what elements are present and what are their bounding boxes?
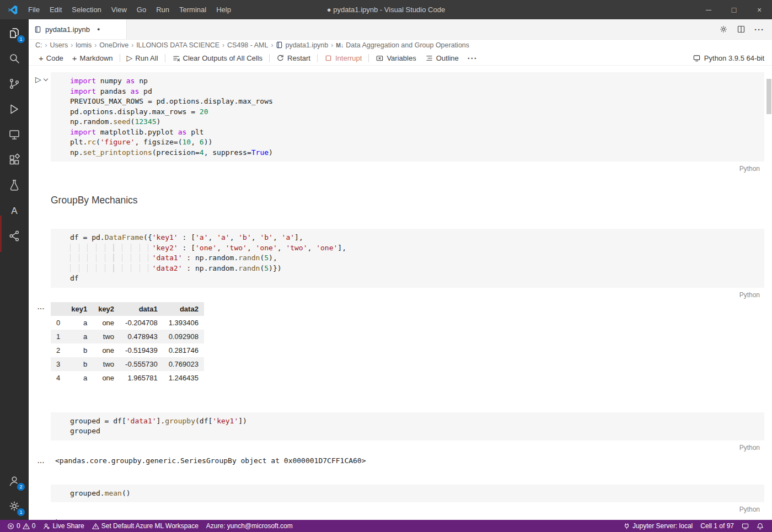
explorer-badge: 1 [17, 35, 25, 43]
cell-editor[interactable]: import numpy as npimport pandas as pdPRE… [51, 72, 764, 162]
sidebar-item-explorer[interactable]: 1 [0, 20, 29, 46]
cell-editor[interactable]: grouped = df['data1'].groupby(df['key1']… [51, 412, 764, 440]
problems-indicator[interactable]: 0 0 [3, 520, 39, 532]
accounts-button[interactable]: 2 [0, 468, 29, 493]
menu-terminal[interactable]: Terminal [174, 0, 211, 19]
restart-button[interactable]: Restart [272, 51, 315, 65]
split-editor-icon[interactable] [737, 25, 746, 34]
cell-language-label[interactable]: Python [739, 165, 760, 173]
output-more-button[interactable]: ... [37, 457, 45, 465]
extensions-icon [8, 153, 21, 166]
outline-button[interactable]: Outline [421, 51, 463, 65]
activity-bar: 1 A [0, 19, 29, 520]
cell-language-label[interactable]: Python [739, 444, 760, 452]
tab-pydata1-ipynb[interactable]: pydata1.ipynb ● [29, 19, 127, 39]
menu-go[interactable]: Go [132, 0, 151, 19]
beaker-icon [8, 179, 21, 192]
screencast-button[interactable] [738, 520, 753, 532]
menu-selection[interactable]: Selection [67, 0, 106, 19]
breadcrumb-segment[interactable]: lomis [76, 41, 92, 49]
cell-language-label[interactable]: Python [739, 506, 760, 513]
jupyter-server-indicator[interactable]: Jupyter Server: local [619, 520, 696, 532]
cell-editor[interactable]: df = pd.DataFrame({'key1' : ['a', 'a', '… [51, 229, 764, 288]
toolbar-separator [368, 54, 369, 62]
table-column-header: data1 [120, 302, 163, 316]
breadcrumb-file[interactable]: pydata1.ipynb [285, 41, 328, 49]
code-line: plt.rc('figure', figsize=(10, 6)) [70, 137, 759, 148]
window-title: ● pydata1.ipynb - Visual Studio Code [327, 0, 445, 19]
menu-edit[interactable]: Edit [45, 0, 67, 19]
minimize-button[interactable]: ─ [696, 0, 721, 19]
chevron-down-icon [44, 76, 48, 80]
notebook-editor: ▷ import numpy as npimport pandas as pdP… [29, 66, 772, 520]
markdown-icon: M↓ [336, 42, 344, 49]
output-text: <pandas.core.groupby.generic.SeriesGroup… [51, 456, 772, 465]
cell-editor[interactable]: grouped.mean() [51, 485, 764, 503]
close-button[interactable]: × [747, 0, 772, 19]
output-more-button[interactable]: ... [37, 303, 45, 311]
breadcrumb-segment[interactable]: Users [50, 41, 68, 49]
breadcrumb-section[interactable]: Data Aggregation and Group Operations [346, 41, 469, 49]
table-column-header: data2 [163, 302, 204, 316]
cell-language-label[interactable]: Python [739, 291, 760, 299]
breadcrumb-segment[interactable]: C: [35, 41, 42, 49]
output-more-button[interactable]: ... [37, 519, 45, 520]
sidebar-item-azure[interactable]: A [0, 198, 29, 223]
cell-output: ... key1 [29, 518, 772, 520]
sidebar-item-search[interactable] [0, 46, 29, 71]
variables-button[interactable]: Variables [371, 51, 420, 65]
kernel-picker[interactable]: Python 3.9.5 64-bit [693, 54, 772, 62]
interrupt-button[interactable]: Interrupt [320, 51, 366, 65]
add-code-cell-button[interactable]: + Code [34, 51, 68, 65]
code-line: import matplotlib.pyplot as plt [70, 127, 759, 138]
cell-output: ... key1key2data1data2 0aone-0.2047081.3… [29, 302, 772, 385]
vscode-logo-icon [8, 5, 18, 15]
notifications-bell-button[interactable] [753, 520, 768, 532]
azure-account-indicator[interactable]: Azure: yunch@microsoft.com [202, 520, 297, 532]
gear-icon[interactable] [719, 25, 728, 34]
chevron-right-icon: › [330, 41, 334, 49]
sidebar-item-azure-ml[interactable] [0, 223, 29, 249]
settings-button[interactable]: 1 [0, 493, 29, 519]
code-cell-4: grouped.mean() [29, 485, 772, 503]
run-cell-button[interactable]: ▷ [29, 75, 51, 84]
interpreter-icon [693, 54, 701, 62]
run-icon: ▷ [35, 75, 41, 84]
vscode-window: File Edit Selection View Go Run Terminal… [0, 0, 772, 532]
menu-file[interactable]: File [23, 0, 45, 19]
more-actions-icon[interactable]: ··· [754, 25, 764, 34]
menu-view[interactable]: View [106, 0, 132, 19]
sidebar-item-extensions[interactable] [0, 147, 29, 173]
code-line: df [70, 273, 759, 284]
search-icon [8, 52, 21, 65]
clear-outputs-button[interactable]: Clear Outputs of All Cells [168, 51, 267, 65]
scrollbar-thumb[interactable] [766, 79, 771, 114]
maximize-button[interactable]: □ [721, 0, 747, 19]
settings-badge: 1 [17, 508, 25, 516]
bell-icon [757, 523, 764, 530]
run-debug-icon [8, 103, 21, 116]
menu-help[interactable]: Help [211, 0, 236, 19]
sidebar-item-run-debug[interactable] [0, 96, 29, 122]
cell-position-indicator[interactable]: Cell 1 of 97 [696, 520, 738, 532]
markdown-cell-heading[interactable]: GroupBy Mechanics [51, 195, 772, 208]
breadcrumb-segment[interactable]: OneDrive [99, 41, 128, 49]
breadcrumb-segment[interactable]: ILLONOIS DATA SCIENCE [136, 41, 219, 49]
sidebar-item-testing[interactable] [0, 173, 29, 198]
toolbar-separator [165, 54, 165, 62]
live-share-button[interactable]: Live Share [39, 520, 88, 532]
code-line: 'key2' : ['one', 'two', 'one', 'two', 'o… [70, 243, 759, 254]
editor-actions: ··· [719, 19, 772, 39]
menu-run[interactable]: Run [151, 0, 174, 19]
warning-count: 0 [32, 522, 36, 530]
sidebar-item-remote-explorer[interactable] [0, 122, 29, 147]
add-markdown-cell-button[interactable]: + Markdown [68, 51, 117, 65]
sidebar-item-source-control[interactable] [0, 71, 29, 96]
editor-area: pydata1.ipynb ● ··· C: › Users › lomis ›… [29, 19, 772, 520]
toolbar-more-button[interactable]: ··· [463, 51, 482, 65]
run-all-button[interactable]: ▷ Run All [122, 51, 163, 65]
toolbar-separator [317, 54, 318, 62]
breadcrumb-segment[interactable]: CS498 - AML [227, 41, 268, 49]
azure-ml-workspace-button[interactable]: Set Default Azure ML Workspace [88, 520, 202, 532]
chevron-right-icon: › [222, 41, 225, 49]
